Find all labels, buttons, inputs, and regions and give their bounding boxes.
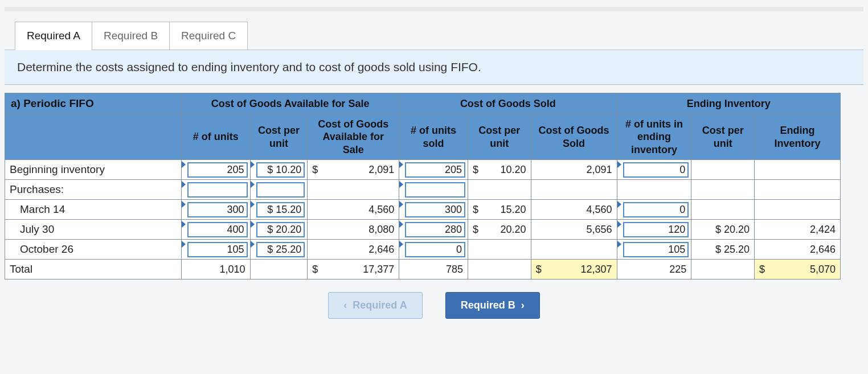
units-sold-input[interactable]: 205 bbox=[399, 160, 468, 179]
tab-required-a[interactable]: Required A bbox=[15, 22, 92, 50]
cogas-value: 8,080 bbox=[308, 221, 399, 238]
instruction-bar: Determine the costs assigned to ending i… bbox=[5, 50, 863, 85]
next-button[interactable]: Required B › bbox=[445, 292, 540, 319]
units-end-input[interactable]: 0 bbox=[617, 160, 691, 179]
group-header-ending: Ending Inventory bbox=[617, 93, 840, 114]
blank-header bbox=[5, 114, 182, 160]
next-label: Required B bbox=[461, 299, 515, 311]
cpu-input[interactable]: $ 10.20 bbox=[251, 160, 308, 179]
tabs: Required A Required B Required C bbox=[15, 22, 863, 50]
row-label: July 30 bbox=[5, 220, 182, 240]
col-units-end: # of units in ending inventory bbox=[617, 114, 691, 160]
row-beginning-inventory: Beginning inventory 205 $ 10.20 $2,091 2… bbox=[5, 160, 841, 180]
fifo-table: a) Periodic FIFO Cost of Goods Available… bbox=[5, 93, 841, 280]
row-label: March 14 bbox=[5, 200, 182, 220]
units-input[interactable]: 300 bbox=[182, 200, 250, 219]
cogas-value: 4,560 bbox=[308, 202, 399, 218]
col-units-sold: # of units sold bbox=[399, 114, 468, 160]
units-sold-input[interactable]: 0 bbox=[399, 240, 468, 259]
flag-icon bbox=[182, 201, 186, 208]
col-units-avail: # of units bbox=[181, 114, 250, 160]
flag-icon bbox=[182, 161, 186, 168]
units-end-input[interactable]: 105 bbox=[617, 240, 691, 259]
flag-icon bbox=[399, 221, 403, 228]
prev-button: ‹ Required A bbox=[328, 292, 422, 319]
prev-label: Required A bbox=[353, 299, 407, 311]
col-cpu-end: Cost per unit bbox=[691, 114, 755, 160]
row-label: October 26 bbox=[5, 240, 182, 260]
total-cogs: $12,307 bbox=[531, 261, 617, 278]
ending-value: 2,424 bbox=[755, 221, 840, 238]
col-cogas: Cost of Goods Available for Sale bbox=[308, 114, 399, 160]
flag-icon bbox=[251, 161, 255, 168]
flag-icon bbox=[399, 241, 403, 248]
flag-icon bbox=[182, 241, 186, 248]
table-title: a) Periodic FIFO bbox=[5, 93, 182, 114]
cpu-end-value: $ 25.20 bbox=[691, 241, 754, 258]
cogs-value: 2,091 bbox=[531, 162, 617, 178]
ending-value: 2,646 bbox=[755, 241, 840, 258]
total-units-avail: 1,010 bbox=[182, 261, 250, 278]
cpu-end-value bbox=[691, 207, 754, 212]
units-end-input[interactable]: 0 bbox=[617, 200, 691, 219]
row-label: Total bbox=[5, 260, 182, 280]
flag-icon bbox=[617, 241, 621, 248]
empty-input[interactable] bbox=[399, 180, 468, 199]
row-october-26: October 26 105 $ 25.20 2,646 0 105 $ 25.… bbox=[5, 240, 841, 260]
ending-value bbox=[755, 167, 840, 172]
flag-icon bbox=[251, 201, 255, 208]
units-end-input[interactable]: 120 bbox=[617, 220, 691, 239]
flag-icon bbox=[399, 161, 403, 168]
cpu-sold-value: $20.20 bbox=[468, 221, 531, 238]
top-band bbox=[5, 7, 863, 11]
flag-icon bbox=[251, 241, 255, 248]
units-sold-input[interactable]: 300 bbox=[399, 200, 468, 219]
col-cpu-avail: Cost per unit bbox=[250, 114, 308, 160]
nav-buttons: ‹ Required A Required B › bbox=[5, 292, 863, 319]
cpu-input[interactable]: $ 20.20 bbox=[251, 220, 308, 239]
cogas-value: $2,091 bbox=[308, 162, 399, 178]
row-label: Beginning inventory bbox=[5, 160, 182, 180]
flag-icon bbox=[399, 181, 403, 188]
row-purchases-label: Purchases: bbox=[5, 180, 841, 200]
flag-icon bbox=[399, 201, 403, 208]
cpu-end-value bbox=[691, 167, 754, 172]
flag-icon bbox=[251, 221, 255, 228]
cpu-input[interactable]: $ 25.20 bbox=[251, 240, 308, 259]
purchases-label: Purchases: bbox=[5, 180, 182, 200]
ending-value bbox=[755, 207, 840, 212]
total-ending: $5,070 bbox=[755, 261, 840, 278]
units-sold-input[interactable]: 280 bbox=[399, 220, 468, 239]
tab-required-c[interactable]: Required C bbox=[169, 22, 248, 50]
total-units-sold: 785 bbox=[399, 261, 468, 278]
flag-icon bbox=[182, 221, 186, 228]
total-units-end: 225 bbox=[617, 261, 691, 278]
chevron-left-icon: ‹ bbox=[343, 299, 347, 311]
col-cpu-sold: Cost per unit bbox=[468, 114, 531, 160]
flag-icon bbox=[617, 221, 621, 228]
empty-input[interactable] bbox=[251, 180, 308, 199]
cogs-value: 5,656 bbox=[531, 221, 617, 238]
row-march-14: March 14 300 $ 15.20 4,560 300 $15.20 4,… bbox=[5, 200, 841, 220]
cpu-sold-value: $15.20 bbox=[468, 202, 531, 218]
group-header-cogs: Cost of Goods Sold bbox=[399, 93, 617, 114]
flag-icon bbox=[182, 181, 186, 188]
col-ending: Ending Inventory bbox=[755, 114, 841, 160]
cogs-value bbox=[531, 247, 617, 252]
flag-icon bbox=[251, 181, 255, 188]
cpu-input[interactable]: $ 15.20 bbox=[251, 200, 308, 219]
empty-input[interactable] bbox=[182, 180, 250, 199]
cogs-value: 4,560 bbox=[531, 202, 617, 218]
cpu-sold-value bbox=[468, 247, 531, 252]
flag-icon bbox=[617, 201, 621, 208]
flag-icon bbox=[617, 161, 621, 168]
units-input[interactable]: 205 bbox=[182, 160, 250, 179]
units-input[interactable]: 400 bbox=[182, 220, 250, 239]
group-header-available: Cost of Goods Available for Sale bbox=[181, 93, 399, 114]
total-cogas: $17,377 bbox=[308, 261, 399, 278]
row-total: Total 1,010 $17,377 785 $12,307 225 $5,0… bbox=[5, 260, 841, 280]
col-cogs: Cost of Goods Sold bbox=[531, 114, 617, 160]
units-input[interactable]: 105 bbox=[182, 240, 250, 259]
cpu-sold-value: $10.20 bbox=[468, 162, 531, 178]
tab-required-b[interactable]: Required B bbox=[92, 22, 170, 50]
